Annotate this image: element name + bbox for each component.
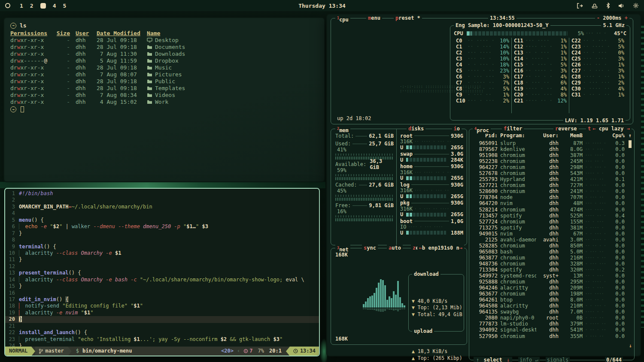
process-row[interactable]: 2080napi/phy0-0root0B · ··· ··0.0: [473, 315, 625, 321]
process-row[interactable]: 925888chromiumdhh295M·· ···· ·0.0: [473, 279, 625, 285]
workspace-1[interactable]: 1: [20, 3, 23, 9]
process-row[interactable]: 964508alacrittydhh210M· · ··· ·0.0: [473, 303, 625, 309]
process-row[interactable]: 964720nvimdhh48M··· · ···0.0: [473, 200, 625, 206]
code-line[interactable]: 3OMARCHY_BIN_PATH=~/.local/share/omarchy…: [5, 204, 319, 210]
process-row[interactable]: 528600chromiumdhh241M· ·· · ··0.0: [473, 188, 625, 194]
network-icon[interactable]: [591, 3, 598, 9]
code-line[interactable]: 1#!/bin/bash: [5, 190, 319, 197]
process-row[interactable]: 528285chromiumdhh850M·· ·· · ·0.0: [473, 243, 625, 249]
btop-window[interactable]: 1cpu menu preset * 13:34:55 - 2000ms + ·…: [326, 14, 641, 356]
code-line[interactable]: 22install_and_launch() {: [5, 329, 319, 336]
process-row[interactable]: 963677chromiumdhh198M··· ···· 0.0: [473, 291, 625, 297]
code-line[interactable]: 7}: [5, 230, 319, 237]
code-line[interactable]: 5menu() {: [5, 217, 319, 223]
cpu-temperature: 45°C: [614, 30, 626, 36]
proc-scrollbar-thumb[interactable]: [629, 140, 632, 148]
code-line[interactable]: 2: [5, 197, 319, 203]
process-row[interactable]: 964261btopdhh8.0M··· ·· · 0.0: [473, 297, 625, 303]
code-line[interactable]: 14▏ alacritty --class Omarchy -e bash -c…: [5, 277, 319, 283]
line-number: 1: [5, 190, 19, 197]
process-row[interactable]: 952238chromiumdhh245M··· ·· · 0.0: [473, 158, 625, 164]
workspace-5[interactable]: 5: [63, 3, 66, 9]
code-line[interactable]: 4: [5, 210, 319, 217]
process-row[interactable]: 713304spotifydhh320M ···· ·· 0.2: [473, 267, 625, 273]
process-row[interactable]: 713457spotifydhh525M···· ·· ·0.4: [473, 213, 625, 219]
process-row[interactable]: 527724chromiumdhh155M·· · ··· 0.0: [473, 219, 625, 225]
preset-button[interactable]: preset *: [394, 15, 422, 21]
editor-window[interactable]: 1#!/bin/bash23OMARCHY_BIN_PATH=~/.local/…: [4, 188, 320, 356]
code-line[interactable]: 23▏ present_terminal "echo 'Installing $…: [5, 336, 319, 343]
cpu-clock: 13:34:55: [488, 15, 516, 21]
process-row[interactable]: 963877chromiumdhh216M···· · ··0.0: [473, 255, 625, 261]
menu-button[interactable]: menu: [366, 15, 382, 21]
code-line[interactable]: 6▏ echo -e "$2" | walker --dmenu --theme…: [5, 223, 319, 230]
code-area[interactable]: 1#!/bin/bash23OMARCHY_BIN_PATH=~/.local/…: [5, 189, 319, 347]
process-row[interactable]: 951908chromiumdhh387M··· ···· 0.0: [473, 152, 625, 158]
process-row[interactable]: 527678chromiumdhh543M ···· · ·0.0: [473, 170, 625, 176]
scroll-down-icon[interactable]: ↓: [629, 343, 632, 349]
filter-button[interactable]: filter: [502, 126, 524, 132]
signals-hint[interactable]: signals: [546, 357, 570, 362]
net-sync-toggle[interactable]: sync: [362, 245, 378, 251]
process-row[interactable]: 549972systemd-resolvesyst+13M ·· · ···0.…: [473, 273, 625, 279]
code-line[interactable]: 19▏ alacritty -e nvim "$1": [5, 310, 319, 316]
process-row[interactable]: 965091slurpdhh87M·· ···· ·0.3: [473, 140, 625, 146]
file-name: Work: [147, 99, 324, 106]
process-row[interactable]: 527721chromiumdhh727M· ···· ··0.0: [473, 182, 625, 188]
net-auto-toggle[interactable]: auto: [387, 245, 403, 251]
volume-icon[interactable]: [618, 3, 625, 9]
code-line[interactable]: 18▏ notify-send "Editing config file" "$…: [5, 303, 319, 309]
net-interface-switcher[interactable]: ←b enp191s0 n→: [417, 245, 464, 251]
process-row[interactable]: 2125avahi-daemonavahi3.0M·· ···· ·0.0: [473, 237, 625, 243]
proc-panel-title[interactable]: 4proc: [473, 126, 491, 134]
terminal-window-ls[interactable]: → ls PermissionsSizeUserDate ModifiedNam…: [3, 17, 325, 182]
file-name: Dropbox: [147, 57, 324, 64]
process-row[interactable]: 527950chromiumdhh355M· ··· ·· 0.0: [473, 333, 625, 339]
process-row[interactable]: 255793Hyprlanddhh421M · ··· ··0.1: [473, 176, 625, 182]
workspace-4[interactable]: 4: [53, 3, 56, 9]
process-row[interactable]: 879567kdenlivedhh8.0G·· · ··· 0.0: [473, 146, 625, 152]
code-line[interactable]: 8: [5, 237, 319, 243]
omarchy-logo-icon[interactable]: [5, 3, 10, 8]
process-row[interactable]: 713275spotifydhh381M· ···· · 0.0: [473, 225, 625, 231]
shell-prompt-new[interactable]: →: [10, 106, 324, 112]
sort-direction-icon[interactable]: ↑: [629, 133, 632, 139]
file-name: Music: [147, 64, 324, 71]
process-row[interactable]: 528214chromiumdhh474M ··· ····0.0: [473, 207, 625, 213]
logout-icon[interactable]: [577, 3, 583, 9]
process-row[interactable]: 949015nvimdhh67M· · ··· ·0.0: [473, 231, 625, 237]
info-hint[interactable]: info ↵: [518, 357, 539, 362]
code-line[interactable]: 24}: [5, 343, 319, 347]
update-interval-control[interactable]: - 2000ms +: [595, 15, 629, 21]
process-row[interactable]: 965083bashdhh5.0M · ··· ··0.0: [473, 249, 625, 255]
code-line[interactable]: 20}: [5, 316, 319, 323]
process-row[interactable]: 964246alacrittydhh209M·· · ··· 0.0: [473, 285, 625, 291]
code-line[interactable]: 13present_terminal() {: [5, 270, 319, 276]
cpu-panel-title[interactable]: 1cpu: [335, 15, 350, 23]
workspace-2[interactable]: 2: [30, 3, 33, 9]
sort-column-switcher[interactable]: ← cpu lazy →: [591, 126, 632, 132]
select-hint[interactable]: ↑ select ↓: [474, 357, 512, 362]
cpu-frequency: 5.1 GHz: [601, 22, 626, 29]
settings-gear-icon[interactable]: [633, 3, 639, 9]
process-row[interactable]: 948736chromiumdhh328M· ··· ···0.0: [473, 261, 625, 267]
code-line[interactable]: 21: [5, 323, 319, 329]
code-line[interactable]: 16: [5, 290, 319, 296]
process-row[interactable]: 394092signal-desktopdhh541M· ·· · ··0.0: [473, 327, 625, 333]
process-row[interactable]: 777873lm-studiodhh379M· ···· ··0.0: [473, 321, 625, 327]
upload-stats: ▲ 18,3 KiB/s▲ Top: (265 Kibp)▲ Total: 12…: [412, 348, 461, 362]
code-line[interactable]: 12: [5, 263, 319, 270]
workspace-active-indicator[interactable]: [40, 3, 46, 9]
process-row[interactable]: 778704nodedhh707M· ··· ·· 0.0: [473, 194, 625, 200]
code-line[interactable]: 15}: [5, 283, 319, 290]
process-row[interactable]: 964135swaybgdhh7.0M ···· · ·0.0: [473, 309, 625, 315]
bluetooth-icon[interactable]: [606, 3, 610, 9]
code-line[interactable]: 17edit_in_nvim() {: [5, 296, 319, 303]
ls-header: Permissions: [10, 30, 47, 36]
file-row: drwxr-xr-x-dhh 7 Aug 11:30Downloads: [10, 51, 324, 57]
code-line[interactable]: 11}: [5, 256, 319, 263]
code-line[interactable]: 9terminal() {: [5, 244, 319, 250]
code-line[interactable]: 10▏ alacritty --class Omarchy -e $1: [5, 250, 319, 256]
reverse-button[interactable]: reverse: [553, 126, 579, 132]
process-row[interactable]: 964227chromiumdhh298M· · ··· ·0.0: [473, 164, 625, 170]
